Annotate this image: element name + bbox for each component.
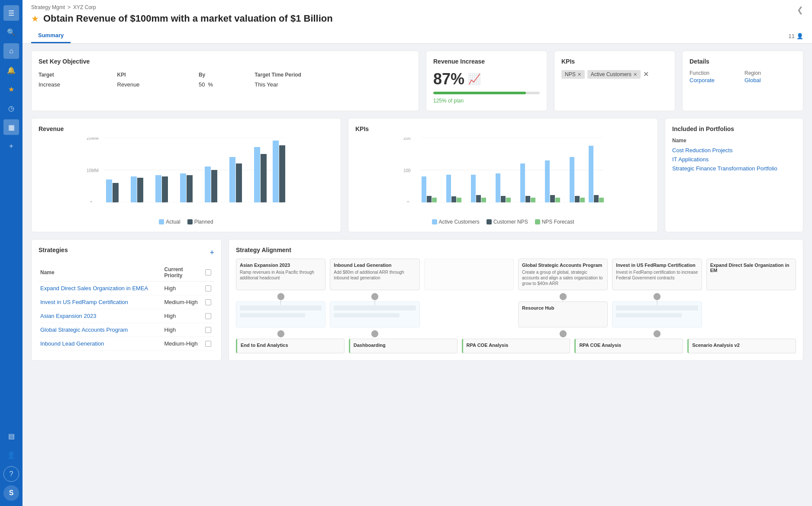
svg-text:10MM: 10MM — [87, 168, 99, 173]
legend-customer-nps: Customer NPS — [487, 219, 528, 225]
content-area: Set Key Objective Target KPI By Target T… — [23, 44, 812, 506]
nav-back-icon[interactable]: ❮ — [797, 5, 803, 15]
alignment-scroll[interactable]: Asian Expansion 2023 Ramp revenues in As… — [236, 259, 796, 353]
legend-planned: Planned — [187, 219, 213, 225]
alignment-box-0-3-title: Global Strategic Accounts Program — [522, 263, 604, 268]
clock-icon[interactable]: ◷ — [3, 100, 19, 116]
strategies-table-header: Name CurrentPriority — [39, 264, 214, 282]
revenue-increase-label: 125% of plan — [433, 98, 540, 104]
dollar-icon[interactable]: S — [3, 485, 19, 501]
rev-bar-planned-6 — [261, 154, 267, 202]
details-grid: Function Corporate Region Global — [690, 70, 796, 83]
breadcrumb-sep: > — [68, 4, 71, 10]
plus-icon[interactable]: + — [3, 138, 19, 154]
svg-rect-23 — [446, 175, 451, 202]
favorite-star-icon[interactable]: ★ — [31, 13, 39, 24]
strategy-name-3[interactable]: Global Strategic Accounts Program — [40, 327, 128, 333]
page-title-row: ★ Obtain Revenue of $100mm with a market… — [31, 13, 803, 24]
strategy-row-1: Invest in US FedRamp Certification Mediu… — [39, 295, 214, 309]
legend-planned-label: Planned — [194, 219, 213, 225]
legend-active-dot — [432, 219, 437, 224]
svg-rect-32 — [520, 163, 525, 202]
alignment-connectors-2: ⬤ ⬤ ⬤ ⬤ — [236, 329, 796, 337]
alignment-row-1: Resource Hub — [236, 301, 796, 327]
details-region-value[interactable]: Global — [744, 77, 796, 83]
alignment-box-0-3-desc: Create a group of global, strategic acco… — [522, 269, 604, 286]
alignment-rpa-coe-2-title: RPA COE Analysis — [579, 343, 679, 348]
rev-bar-actual-7 — [273, 141, 279, 202]
portfolio-item-1[interactable]: IT Applications — [672, 156, 796, 163]
col-priority: CurrentPriority — [163, 264, 204, 282]
rev-bar-actual-1 — [131, 176, 137, 202]
menu-icon[interactable]: ☰ — [3, 5, 19, 21]
revenue-increase-fill — [433, 92, 526, 94]
bell-icon[interactable]: 🔔 — [3, 62, 19, 78]
grid-icon[interactable]: ▦ — [3, 119, 19, 135]
home-icon[interactable]: ⌂ — [3, 43, 19, 59]
help-icon[interactable]: ? — [3, 466, 19, 482]
strategy-checkbox-2[interactable] — [205, 313, 211, 319]
rev-bar-actual-2 — [155, 175, 161, 202]
star-icon[interactable]: ★ — [3, 81, 19, 97]
strategy-name-1[interactable]: Invest in US FedRamp Certification — [40, 299, 128, 305]
alignment-resource-hub-title: Resource Hub — [522, 305, 604, 311]
svg-text:200: 200 — [403, 138, 411, 141]
kpis-chart-svg: 200 100 0 — [355, 138, 651, 202]
svg-rect-29 — [496, 173, 500, 202]
details-function-value[interactable]: Corporate — [690, 77, 741, 83]
portfolio-name-label: Name — [672, 138, 796, 144]
strategy-checkbox-0[interactable] — [205, 285, 211, 291]
strategy-name-0[interactable]: Expand Direct Sales Organization in EMEA — [40, 285, 148, 291]
legend-planned-dot — [187, 219, 193, 224]
search-icon[interactable]: 🔍 — [3, 24, 19, 40]
user-count: 11 👤 — [789, 33, 803, 39]
strategy-checkbox-1[interactable] — [205, 299, 211, 305]
strategy-checkbox-4[interactable] — [205, 341, 211, 347]
user-icon: 👤 — [796, 33, 803, 39]
tab-summary[interactable]: Summary — [31, 29, 71, 43]
legend-active-label: Active Customers — [439, 219, 480, 225]
col-name: Name — [39, 264, 163, 282]
breadcrumb-strategy[interactable]: Strategy Mgmt — [31, 4, 65, 10]
strategies-add-button[interactable]: + — [209, 248, 214, 257]
alignment-box-0-4-title: Invest in US FedRamp Certification — [616, 263, 698, 268]
strategy-priority-4: Medium-High — [163, 337, 204, 351]
kpi-tag-nps: NPS ✕ — [561, 70, 585, 79]
portfolio-item-2[interactable]: Strategic Finance Transformation Portfol… — [672, 165, 796, 172]
legend-actual: Actual — [159, 219, 180, 225]
portfolio-item-0[interactable]: Cost Reduction Projects — [672, 147, 796, 154]
strategy-name-4[interactable]: Inbound Lead Generation — [40, 340, 104, 347]
revenue-increase-title: Revenue Increase — [433, 58, 540, 65]
obj-col-kpi: KPI — [117, 70, 199, 80]
obj-by: 50 % — [199, 80, 255, 90]
strategy-name-2[interactable]: Asian Expansion 2023 — [40, 313, 96, 319]
strategy-checkbox-3[interactable] — [205, 327, 211, 333]
rev-bar-actual-0 — [106, 179, 112, 202]
select-all-checkbox[interactable] — [205, 269, 211, 275]
rev-bar-planned-0 — [113, 183, 119, 202]
alignment-box-2-3: RPA COE Analysis — [574, 339, 683, 353]
svg-rect-36 — [550, 195, 555, 202]
alignment-box-0-1-title: Inbound Lead Generation — [334, 263, 416, 268]
revenue-chart-card: Revenue 20MM 10MM 0 — [31, 118, 341, 232]
strategies-title: Strategies — [39, 247, 68, 253]
details-card: Details Function Corporate Region Global — [682, 51, 803, 111]
legend-nps-forecast: NPS Forecast — [535, 219, 574, 225]
alignment-box-2-2: RPA COE Analysis — [462, 339, 570, 353]
svg-text:20MM: 20MM — [87, 138, 99, 141]
rev-bar-actual-6 — [254, 147, 260, 202]
kpi-add-button[interactable]: ✕ — [643, 70, 649, 79]
kpis-card-title: KPIs — [561, 58, 668, 65]
portfolio-list: Cost Reduction Projects IT Applications … — [672, 147, 796, 172]
table-icon[interactable]: ▤ — [3, 428, 19, 444]
alignment-box-0-2 — [424, 259, 514, 290]
strategies-card: Strategies + Name CurrentPriority Expand… — [31, 239, 222, 361]
svg-rect-38 — [570, 157, 574, 202]
person-icon[interactable]: 👤 — [3, 447, 19, 463]
kpi-nps-close[interactable]: ✕ — [577, 72, 581, 77]
kpis-card: KPIs NPS ✕ Active Customers ✕ ✕ — [554, 51, 675, 111]
alignment-box-2-1: Dashboarding — [349, 339, 458, 353]
breadcrumb-corp[interactable]: XYZ Corp — [73, 4, 96, 10]
kpi-active-close[interactable]: ✕ — [633, 72, 637, 77]
strategy-row-2: Asian Expansion 2023 High — [39, 309, 214, 323]
